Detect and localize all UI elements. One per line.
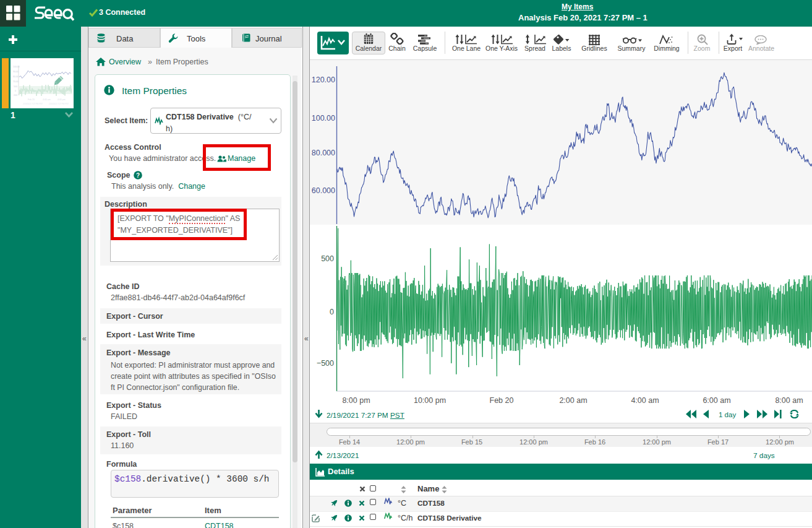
svg-text:?: ?	[136, 172, 140, 179]
svg-text:500: 500	[14, 85, 17, 88]
svg-text:90.00: 90.00	[13, 71, 19, 73]
svg-text:80.00: 80.00	[13, 76, 19, 78]
svg-text:0: 0	[15, 90, 16, 92]
svg-text:70.00: 70.00	[13, 80, 19, 83]
svg-text:4:00 pm: 4:00 pm	[58, 98, 66, 101]
svg-text:100.00: 100.00	[13, 66, 20, 68]
svg-text:Feb 20: Feb 20	[28, 98, 35, 101]
svg-text:4:00 am: 4:00 am	[43, 98, 51, 101]
svg-text:2/19/2021 7:27 PM PST: 2/19/2021 7:27 PM PST	[23, 103, 43, 105]
svg-text:-500: -500	[13, 94, 17, 97]
svg-text:2/20/2021 7:27 PM PST: 2/20/2021 7:27 PM PST	[49, 103, 69, 105]
